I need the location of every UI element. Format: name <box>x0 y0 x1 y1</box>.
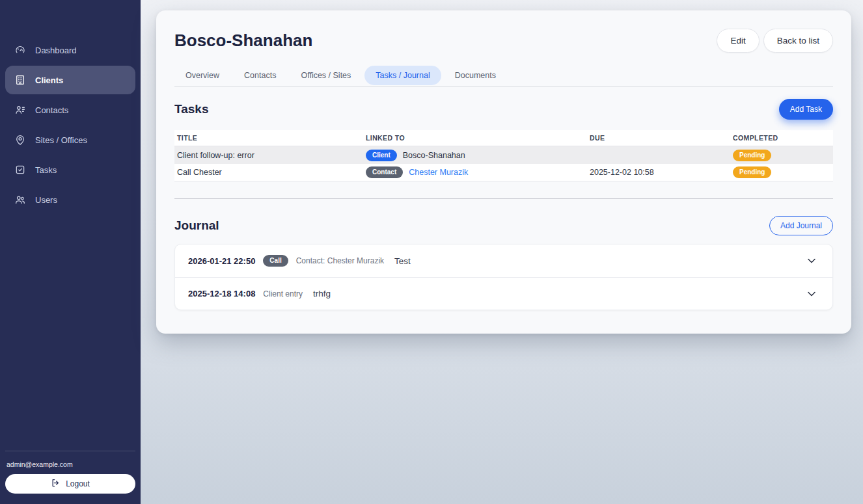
sidebar-nav: Dashboard Clients <box>0 0 141 215</box>
map-pin-icon <box>14 134 26 146</box>
tasks-section-header: Tasks Add Task <box>174 99 833 120</box>
sidebar-item-dashboard[interactable]: Dashboard <box>5 35 135 65</box>
tab-overview[interactable]: Overview <box>174 66 230 85</box>
task-linked-cell: Contact Chester Murazik <box>366 166 590 178</box>
logout-button[interactable]: Logout <box>5 474 135 494</box>
journal-heading: Journal <box>174 219 219 233</box>
tasks-heading: Tasks <box>174 102 208 116</box>
sidebar-item-sites-offices[interactable]: Sites / Offices <box>5 125 135 155</box>
journal-entry[interactable]: 2025-12-18 14:08 Client entry trhfg <box>175 277 832 310</box>
column-header-title: Title <box>177 134 366 142</box>
column-header-completed: Completed <box>733 134 830 142</box>
linked-type-badge: Client <box>366 150 397 161</box>
linked-name: Bosco-Shanahan <box>403 151 465 160</box>
sidebar-item-label: Dashboard <box>35 46 77 55</box>
app-root: Dashboard Clients <box>0 0 863 504</box>
task-due: 2025-12-02 10:58 <box>590 168 733 177</box>
sidebar-item-label: Clients <box>35 75 63 85</box>
table-row: Client follow-up: error Client Bosco-Sha… <box>174 146 833 164</box>
journal-meta: Client entry <box>263 289 303 298</box>
users-icon <box>14 194 26 206</box>
journal-section-header: Journal Add Journal <box>174 216 833 235</box>
tab-tasks-journal[interactable]: Tasks / Journal <box>364 66 441 85</box>
journal-list: 2026-01-21 22:50 Call Contact: Chester M… <box>174 244 833 310</box>
back-to-list-button[interactable]: Back to list <box>763 29 833 53</box>
user-email: admin@example.com <box>7 460 135 468</box>
status-badge: Pending <box>733 166 771 178</box>
task-linked-cell: Client Bosco-Shanahan <box>366 150 590 161</box>
journal-content: trhfg <box>313 289 331 298</box>
task-status-cell: Pending <box>733 150 830 161</box>
task-status-cell: Pending <box>733 166 830 178</box>
linked-contact-link[interactable]: Chester Murazik <box>409 168 468 177</box>
sidebar-footer-divider <box>5 451 135 451</box>
column-header-linked-to: Linked to <box>366 134 590 142</box>
add-journal-button[interactable]: Add Journal <box>769 216 833 235</box>
logout-label: Logout <box>66 479 90 488</box>
tasks-table-header: Title Linked to Due Completed <box>174 130 833 146</box>
tab-offices-sites[interactable]: Offices / Sites <box>290 66 362 85</box>
linked-type-badge: Contact <box>366 166 403 178</box>
check-square-icon <box>14 164 26 176</box>
tab-documents[interactable]: Documents <box>444 66 507 85</box>
header-actions: Edit Back to list <box>717 29 833 53</box>
card-header: Bosco-Shanahan Edit Back to list <box>174 29 833 53</box>
chevron-down-icon[interactable] <box>805 287 818 300</box>
sidebar-item-tasks[interactable]: Tasks <box>5 155 135 185</box>
section-divider <box>174 198 833 199</box>
journal-content: Test <box>394 256 411 266</box>
sidebar-item-users[interactable]: Users <box>5 185 135 215</box>
building-icon <box>14 74 26 86</box>
sidebar-item-label: Users <box>35 195 57 205</box>
tasks-table: Title Linked to Due Completed Client fol… <box>174 130 833 181</box>
sidebar-item-contacts[interactable]: Contacts <box>5 95 135 125</box>
sidebar-item-label: Contacts <box>35 105 68 115</box>
logout-icon <box>51 478 61 490</box>
sidebar-item-clients[interactable]: Clients <box>5 66 135 94</box>
add-task-button[interactable]: Add Task <box>779 99 833 120</box>
chevron-down-icon[interactable] <box>805 254 818 267</box>
table-row: Call Chester Contact Chester Murazik 202… <box>174 164 833 181</box>
task-title: Call Chester <box>177 168 366 177</box>
task-title: Client follow-up: error <box>177 151 366 160</box>
journal-type-badge: Call <box>263 255 288 267</box>
contact-card-icon <box>14 104 26 116</box>
status-badge: Pending <box>733 150 771 161</box>
tab-bar: Overview Contacts Offices / Sites Tasks … <box>174 66 833 87</box>
tab-contacts[interactable]: Contacts <box>233 66 287 85</box>
sidebar-item-label: Tasks <box>35 165 57 175</box>
journal-entry[interactable]: 2026-01-21 22:50 Call Contact: Chester M… <box>175 245 832 277</box>
main-area: Bosco-Shanahan Edit Back to list Overvie… <box>141 0 863 504</box>
sidebar: Dashboard Clients <box>0 0 141 504</box>
journal-meta: Contact: Chester Murazik <box>296 256 384 265</box>
edit-button[interactable]: Edit <box>717 29 759 53</box>
page-title: Bosco-Shanahan <box>174 31 312 51</box>
sidebar-footer: admin@example.com Logout <box>0 451 141 504</box>
sidebar-item-label: Sites / Offices <box>35 135 87 145</box>
journal-timestamp: 2025-12-18 14:08 <box>188 289 255 298</box>
gauge-icon <box>14 44 26 56</box>
journal-timestamp: 2026-01-21 22:50 <box>188 256 255 266</box>
client-detail-card: Bosco-Shanahan Edit Back to list Overvie… <box>156 10 851 334</box>
column-header-due: Due <box>590 134 733 142</box>
